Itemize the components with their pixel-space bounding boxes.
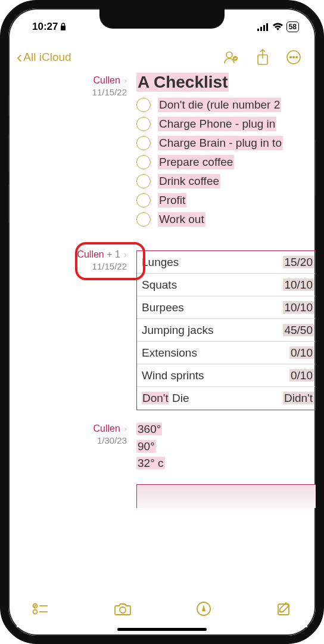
checklist: Don't die (rule number 2 Charge Phone - … (136, 98, 316, 227)
svg-point-9 (290, 57, 292, 58)
checklist-item[interactable]: Don't die (rule number 2 (136, 98, 316, 112)
activity-attribution[interactable]: Cullen › 11/15/22 (8, 73, 136, 231)
svg-point-16 (120, 607, 126, 613)
home-indicator[interactable] (117, 628, 207, 631)
chevron-right-icon: › (124, 76, 127, 85)
phone-frame: 10:27 58 ‹ All iCloud Cullen › (0, 0, 324, 644)
back-label: All iCloud (23, 51, 71, 64)
table-row[interactable]: Don't DieDidn't (137, 387, 315, 410)
checklist-item[interactable]: Charge Phone - plug in (136, 117, 316, 131)
table-row[interactable]: Squats10/10 (137, 274, 315, 296)
collaborate-icon[interactable] (223, 50, 239, 64)
activity-attribution-highlighted[interactable]: Cullen + 1 › 11/15/22 (8, 248, 136, 410)
checklist-item[interactable]: Profit (136, 193, 316, 208)
checkbox-icon[interactable] (136, 212, 151, 227)
table-row[interactable]: Wind sprints0/10 (137, 364, 315, 387)
notch (99, 8, 225, 29)
checkbox-icon[interactable] (136, 136, 151, 150)
back-button[interactable]: ‹ All iCloud (17, 48, 71, 67)
table-row[interactable]: Jumping jacks45/50 (137, 319, 315, 342)
chevron-right-icon: › (124, 250, 127, 259)
checkbox-icon[interactable] (136, 117, 151, 131)
more-icon[interactable] (286, 49, 301, 65)
table-row[interactable]: Extensions0/10 (137, 342, 315, 364)
note-content: Cullen › 11/15/22 A Checklist Don't die … (8, 73, 316, 515)
svg-rect-0 (61, 26, 66, 30)
svg-rect-1 (257, 29, 259, 31)
svg-point-11 (296, 57, 298, 58)
entry-date: 11/15/22 (8, 261, 127, 271)
temperature-list[interactable]: 360° 90° 32° c (136, 421, 316, 472)
chevron-right-icon: › (124, 424, 127, 434)
checkbox-icon[interactable] (136, 155, 151, 169)
camera-icon[interactable] (114, 602, 132, 616)
share-icon[interactable] (256, 49, 269, 66)
checkbox-icon[interactable] (136, 193, 151, 208)
checkbox-icon[interactable] (136, 98, 151, 112)
svg-point-10 (293, 57, 295, 58)
note-heading[interactable]: A Checklist (136, 73, 229, 92)
signal-icon (257, 23, 269, 31)
workout-table[interactable]: Lunges15/20 Squats10/10 Burpees10/10 Jum… (136, 250, 316, 410)
compose-icon[interactable] (276, 601, 292, 617)
author-name: Cullen (94, 75, 120, 85)
chevron-left-icon: ‹ (17, 48, 22, 67)
battery-indicator: 58 (286, 21, 299, 32)
author-name: Cullen (77, 249, 104, 259)
checkbox-icon[interactable] (136, 174, 151, 188)
svg-rect-2 (260, 27, 262, 31)
wifi-icon (272, 23, 284, 31)
author-name: Cullen (94, 423, 120, 434)
svg-point-5 (226, 52, 232, 58)
nav-bar: ‹ All iCloud (8, 37, 316, 73)
activity-attribution[interactable]: Cullen › 1/30/23 (8, 421, 136, 508)
markup-icon[interactable] (196, 601, 211, 617)
svg-rect-3 (263, 25, 265, 31)
table-row[interactable]: Burpees10/10 (137, 296, 315, 319)
additional-editors: + 1 (107, 249, 120, 259)
svg-rect-4 (266, 23, 268, 31)
entry-date: 11/15/22 (8, 87, 127, 97)
checklist-item[interactable]: Drink coffee (136, 174, 316, 188)
checklist-item[interactable]: Prepare coffee (136, 155, 316, 169)
lock-icon (60, 23, 66, 31)
table-partial[interactable] (136, 484, 316, 508)
table-row[interactable]: Lunges15/20 (137, 251, 315, 274)
entry-date: 1/30/23 (8, 435, 127, 445)
checklist-icon[interactable] (32, 602, 49, 615)
bottom-toolbar (17, 595, 307, 627)
status-time: 10:27 (32, 21, 58, 33)
checklist-item[interactable]: Work out (136, 212, 316, 227)
svg-point-14 (33, 610, 38, 614)
checklist-item[interactable]: Charge Brain - plug in to (136, 136, 316, 150)
